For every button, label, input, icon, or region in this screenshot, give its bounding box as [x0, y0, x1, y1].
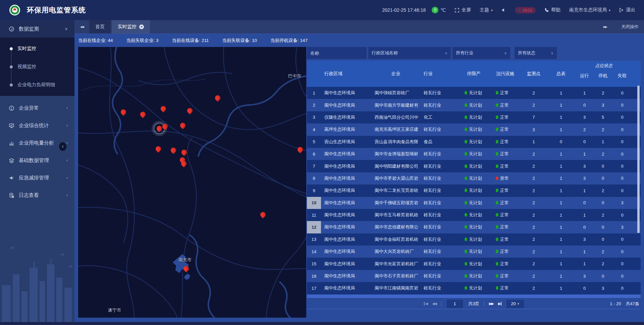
- help-button[interactable]: 帮助: [544, 7, 560, 13]
- table-row[interactable]: 4高坪生态环境局南充市高坪区王家店建砖瓦行业无计划正常31220: [307, 123, 641, 136]
- tab-home[interactable]: 首页: [89, 20, 111, 34]
- page-size-select[interactable]: 20 ▾: [506, 300, 524, 308]
- table-row[interactable]: 17阆中生态环境局阆中市江南镇阆南页岩砖瓦行业无计划正常21030: [307, 282, 641, 294]
- table-row[interactable]: 3仪陇生态环境局西南油气田分公司川中化工无计划正常71350: [307, 111, 641, 123]
- map-panel[interactable]: 巴中市南充市遂宁市: [78, 47, 306, 318]
- fullscreen-button[interactable]: 全屏: [454, 7, 471, 13]
- cell-monitor-count: 2: [521, 270, 547, 282]
- cell-limit-status: 无计划: [458, 221, 490, 233]
- chevron-down-icon: ▾: [491, 8, 493, 12]
- map-marker-icon[interactable]: [139, 111, 147, 118]
- cell-stop-count: 2: [594, 87, 612, 99]
- map-marker-icon[interactable]: [179, 122, 187, 129]
- first-page-button[interactable]: ◀: [424, 302, 427, 306]
- sidebar-item[interactable]: 企业综合统计‹: [0, 117, 74, 134]
- cell-run-count: 0: [575, 197, 594, 209]
- table-row[interactable]: 5营山生态环境局营山县润丰肉食品有限食品无计划正常10010: [307, 136, 641, 148]
- map-marker-icon[interactable]: [170, 147, 177, 154]
- map-marker-icon[interactable]: [186, 107, 194, 115]
- table-row[interactable]: 10阆中生态环境局阆中千佛镇五郎垭页岩砖瓦行业无计划正常21003: [307, 197, 641, 209]
- tab-close-icon[interactable]: ✕: [139, 24, 144, 29]
- log-icon: [9, 193, 14, 198]
- map-marker-icon[interactable]: [180, 149, 188, 156]
- cell-meter-count: 1: [547, 184, 575, 197]
- table-row[interactable]: 12阆中生态环境局阆中市忠信建材有限公砖瓦行业无计划正常21003: [307, 221, 641, 233]
- cell-run-count: 3: [575, 233, 594, 246]
- tabs-scroll-left-button[interactable]: ◀◀: [74, 20, 89, 34]
- table-row[interactable]: 16阆中生态环境局阆中市石子页岩机砖厂砖瓦行业无计划正常21300: [307, 270, 641, 282]
- row-index: 5: [307, 136, 321, 148]
- status-dot-icon: [496, 201, 498, 205]
- map-marker-icon[interactable]: [182, 265, 190, 273]
- table-row[interactable]: 9阆中生态环境局阆中市二龙长宝页岩砖砖瓦行业无计划正常21120: [307, 184, 641, 197]
- sidebar-item[interactable]: 日志查看‹: [0, 186, 74, 204]
- sidebar-subitem[interactable]: 企业电力负荷明细: [0, 76, 74, 94]
- map-marker-icon[interactable]: [120, 108, 127, 116]
- status-dot-icon: [465, 176, 467, 180]
- vertical-scrollbar[interactable]: [637, 86, 640, 233]
- cell-lost-count: 0: [612, 123, 632, 136]
- cell-company: 阆中市南方节能建材有: [371, 99, 420, 111]
- cell-stop-count: 2: [594, 258, 612, 270]
- status-select[interactable]: 所有状态 ∨: [515, 47, 557, 59]
- theme-menu-button[interactable]: 主题▾: [480, 7, 493, 13]
- table-body-scroll-area[interactable]: 1阆中生态环境局阆中强锐页岩砖厂砖瓦行业无计划正常211202阆中生态环境局阆中…: [307, 87, 641, 300]
- cell-industry: 砖瓦行业: [420, 99, 458, 111]
- cell-stop-count: 0: [594, 197, 612, 209]
- cell-facility-status: 正常: [490, 148, 521, 160]
- cell-meter-count: 1: [547, 111, 575, 123]
- table-row[interactable]: 6阆中生态环境局阆中市金博瑞新型墙材砖瓦行业无计划正常21120: [307, 148, 641, 160]
- table-row[interactable]: 2阆中生态环境局阆中市南方节能建材有砖瓦行业无计划正常21030: [307, 99, 641, 111]
- region-select[interactable]: 行政区域名称 ∨: [368, 47, 451, 59]
- industry-select[interactable]: 所有行业 ∨: [452, 47, 510, 59]
- map-marker-icon[interactable]: [214, 94, 222, 102]
- table-row[interactable]: 1阆中生态环境局阆中强锐页岩砖厂砖瓦行业无计划正常21120: [307, 87, 641, 99]
- table-row[interactable]: 14阆中生态环境局阆中大兴页岩机砖厂砖瓦行业无计划正常21120: [307, 246, 641, 258]
- sidebar-item[interactable]: 应急减排管理‹: [0, 169, 74, 186]
- map-marker-icon[interactable]: [160, 105, 167, 113]
- tab-realtime-monitor[interactable]: 实时监控 ✕: [112, 20, 150, 34]
- cell-limit-status: 无计划: [458, 123, 490, 136]
- tabs-scroll-right-button[interactable]: ▶▶: [598, 25, 612, 29]
- table-row[interactable]: 7阆中生态环境局阆中明阳建材有限公司砖瓦行业无计划正常21300: [307, 160, 641, 172]
- cell-lost-count: 0: [612, 87, 632, 99]
- board-icon: [9, 123, 14, 128]
- prev-page-button[interactable]: ◀◀: [432, 302, 436, 306]
- cell-region: 阆中生态环境局: [321, 184, 371, 197]
- page-number-input[interactable]: [446, 299, 464, 309]
- cell-meter-count: 1: [547, 99, 575, 111]
- status-dot-icon: [496, 103, 498, 107]
- stat-item: 当前失联企业: 3: [126, 38, 159, 44]
- sidebar-item[interactable]: 基础数据管理‹: [0, 152, 74, 169]
- notification-badge[interactable]: 2632: [515, 7, 536, 13]
- voice-mute-button[interactable]: [501, 8, 506, 12]
- map-marker-icon[interactable]: [155, 145, 162, 153]
- cell-region: 阆中生态环境局: [321, 258, 371, 270]
- next-page-button[interactable]: ▶▶: [489, 302, 493, 306]
- table-row[interactable]: 15阆中生态环境局阆中市光富页岩机砖厂砖瓦行业无计划正常21120: [307, 258, 641, 270]
- table-row[interactable]: 13阆中生态环境局阆中市金福旺页岩机砖砖瓦行业无计划正常21300: [307, 233, 641, 246]
- panel-collapse-button[interactable]: ‹: [59, 142, 66, 151]
- cell-facility-status: 正常: [490, 123, 521, 136]
- cell-facility-status: 正常: [490, 209, 521, 221]
- org-menu-button[interactable]: 南充市生态环境局▾: [569, 7, 610, 13]
- sidebar-item[interactable]: 企业异常‹: [0, 99, 74, 117]
- last-page-button[interactable]: ▶: [498, 302, 501, 306]
- status-dot-icon: [465, 188, 467, 192]
- status-dot-icon: [496, 140, 498, 144]
- logout-button[interactable]: 退出: [619, 7, 635, 13]
- cell-run-count: 0: [575, 221, 594, 233]
- table-row[interactable]: 11阆中生态环境局阆中市五马桥页岩机砖砖瓦行业无计划正常21120: [307, 209, 641, 221]
- sidebar-subitem[interactable]: 视频监控: [0, 58, 74, 76]
- sidebar-subitem[interactable]: 实时监控: [0, 40, 74, 58]
- map-marker-icon[interactable]: [259, 211, 267, 219]
- map-marker-icon[interactable]: [297, 146, 304, 154]
- cell-meter-count: 1: [547, 221, 575, 233]
- cell-lost-count: 0: [612, 233, 632, 246]
- name-search-input[interactable]: [307, 47, 367, 59]
- sidebar-item[interactable]: 数据监测∨: [0, 20, 74, 38]
- sidebar: 数据监测∨实时监控视频监控企业电力负荷明细企业异常‹企业综合统计‹企业用电量分析…: [0, 20, 74, 322]
- close-operations-button[interactable]: 关闭操作: [621, 24, 639, 30]
- cell-stop-count: 2: [594, 184, 612, 197]
- table-row[interactable]: 8阆中生态环境局阆中市枣碧大梁山页岩砖瓦行业无计划异常21300: [307, 172, 641, 184]
